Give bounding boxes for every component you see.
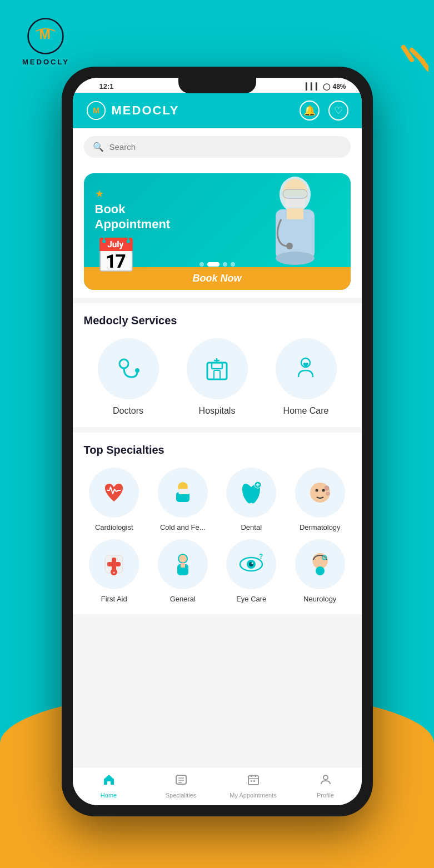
svg-rect-59 (251, 780, 252, 782)
cardiologist-icon-circle (89, 468, 139, 518)
svg-rect-36 (107, 562, 121, 566)
header-brand: M MEDOCLY (86, 101, 179, 121)
status-time: 12:1 (88, 82, 114, 91)
svg-text:+: + (113, 570, 116, 575)
specialty-general[interactable]: General (152, 539, 213, 603)
battery-text: 48% (332, 83, 346, 91)
specialty-dermatology[interactable]: Dermatology (290, 468, 351, 531)
services-grid: Doctors Hospitals (84, 338, 351, 416)
brand-name: MEDOCLY (22, 58, 69, 66)
header-actions: 🔔 ♡ (300, 101, 348, 121)
svg-point-50 (322, 555, 327, 560)
appointments-nav-icon (247, 773, 260, 790)
nav-profile[interactable]: Profile (290, 767, 362, 805)
dental-label: Dental (241, 523, 262, 531)
service-item-doctors[interactable]: Doctors (98, 338, 159, 416)
app-header: M MEDOCLY 🔔 ♡ (73, 93, 362, 128)
home-care-icon-circle (276, 338, 337, 399)
signal-icon: ▎▎▎ (306, 83, 321, 91)
tooth-icon (237, 478, 266, 507)
hospitals-label: Hospitals (199, 406, 236, 416)
specialities-nav-icon (174, 773, 188, 790)
status-icons: ▎▎▎ ◯ 48% (306, 83, 346, 91)
phone-frame: 12:1 ▎▎▎ ◯ 48% M MEDOCLY 🔔 ♡ (62, 67, 373, 816)
medocly-logo-icon: M (26, 17, 65, 56)
svg-point-15 (119, 359, 128, 368)
svg-point-40 (179, 555, 187, 563)
promo-banner[interactable]: ★ Book Appointment 📅 (84, 173, 351, 290)
svg-point-16 (135, 368, 139, 373)
hospital-icon (202, 354, 232, 384)
service-item-hospitals[interactable]: Hospitals (187, 338, 248, 416)
nav-appointments[interactable]: My Appointments (217, 767, 290, 805)
doctors-label: Doctors (113, 406, 143, 416)
skin-face-icon (306, 478, 335, 507)
header-title: MEDOCLY (112, 103, 179, 118)
banner-line2: Appointment (95, 217, 171, 231)
svg-rect-42 (181, 563, 185, 568)
dental-icon-circle (226, 468, 276, 518)
svg-point-61 (323, 775, 328, 780)
banner-star-icon: ★ (95, 188, 340, 200)
svg-rect-25 (178, 489, 189, 494)
svg-rect-60 (253, 780, 255, 782)
notification-button[interactable]: 🔔 (300, 101, 320, 121)
dermatology-icon-circle (295, 468, 345, 518)
specialty-cardiologist[interactable]: Cardiologist (84, 468, 145, 531)
banner-section: ★ Book Appointment 📅 (73, 165, 362, 298)
phone-notch (178, 78, 256, 93)
svg-rect-19 (214, 370, 220, 379)
specialties-grid: Cardiologist Cold and Fe... (84, 468, 351, 603)
stethoscope-icon (113, 354, 143, 384)
specialty-eye[interactable]: ? Eye Care (221, 539, 282, 603)
phone-screen: 12:1 ▎▎▎ ◯ 48% M MEDOCLY 🔔 ♡ (73, 78, 362, 805)
profile-nav-label: Profile (317, 792, 334, 799)
svg-point-33 (326, 492, 330, 495)
home-care-label: Home Care (283, 406, 329, 416)
specialty-cold-fever[interactable]: Cold and Fe... (152, 468, 213, 531)
nav-home[interactable]: Home (73, 767, 145, 805)
first-aid-label: First Aid (101, 595, 127, 603)
svg-point-49 (316, 566, 325, 575)
bottom-spacer (73, 614, 362, 625)
home-nav-label: Home (101, 792, 117, 799)
profile-nav-icon (319, 773, 332, 790)
neuro-icon-circle (295, 539, 345, 589)
specialty-first-aid[interactable]: + First Aid (84, 539, 145, 603)
app-content[interactable]: 🔍 ★ Book Appointment 📅 (73, 128, 362, 767)
svg-point-32 (325, 486, 329, 490)
heart-icon: ♡ (334, 104, 343, 117)
hospitals-icon-circle (187, 338, 248, 399)
specialty-neuro[interactable]: Neurology (290, 539, 351, 603)
general-icon-circle (158, 539, 208, 589)
neurology-icon (306, 550, 335, 579)
eye-label: Eye Care (236, 595, 266, 603)
dermatology-label: Dermatology (300, 523, 341, 531)
svg-point-30 (315, 489, 318, 492)
cold-fever-icon (168, 478, 197, 507)
favorites-button[interactable]: ♡ (328, 101, 348, 121)
specialty-dental[interactable]: Dental (221, 468, 282, 531)
search-section: 🔍 (73, 128, 362, 165)
svg-text:M: M (93, 106, 99, 115)
bottom-nav: Home Specialities (73, 767, 362, 805)
svg-text:?: ? (259, 553, 263, 560)
neuro-label: Neurology (303, 595, 336, 603)
cardiologist-label: Cardiologist (95, 523, 133, 531)
eye-care-icon: ? (237, 550, 266, 579)
general-label: General (170, 595, 196, 603)
home-nav-icon (102, 773, 116, 790)
services-title: Medocly Services (84, 314, 351, 327)
wifi-icon: ◯ (323, 83, 330, 91)
search-input[interactable] (109, 142, 342, 152)
cold-fever-icon-circle (158, 468, 208, 518)
search-bar[interactable]: 🔍 (84, 136, 351, 158)
home-care-icon (291, 354, 321, 384)
eye-icon-circle: ? (226, 539, 276, 589)
svg-rect-18 (212, 363, 222, 369)
calendar-icon: 📅 (95, 236, 340, 275)
search-icon: 🔍 (93, 142, 104, 152)
service-item-home-care[interactable]: Home Care (276, 338, 337, 416)
nav-specialities[interactable]: Specialities (145, 767, 217, 805)
heart-ecg-icon (99, 478, 128, 507)
